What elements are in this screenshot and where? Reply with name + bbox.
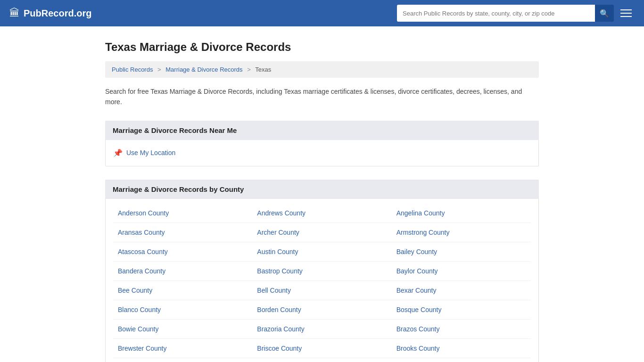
page-description: Search for free Texas Marriage & Divorce… xyxy=(105,86,539,107)
county-link[interactable]: Brazoria County xyxy=(257,325,304,333)
header-right: 🔍 xyxy=(397,5,635,22)
main-content: Texas Marriage & Divorce Records Public … xyxy=(96,26,548,362)
county-link[interactable]: Bowie County xyxy=(118,325,158,333)
county-cell: Bandera County xyxy=(113,262,252,280)
county-cell: Brazos County xyxy=(392,320,531,338)
county-cell: Brazoria County xyxy=(252,320,391,338)
county-row: Atascosa CountyAustin CountyBailey Count… xyxy=(113,242,531,262)
county-cell: Armstrong County xyxy=(392,223,531,242)
county-link[interactable]: Bandera County xyxy=(118,267,165,275)
county-link[interactable]: Armstrong County xyxy=(396,229,450,236)
breadcrumb-public-records[interactable]: Public Records xyxy=(112,66,153,73)
county-cell: Austin County xyxy=(252,242,391,261)
county-link[interactable]: Brazos County xyxy=(396,325,440,333)
county-link[interactable]: Bexar County xyxy=(396,287,437,294)
county-body: Anderson CountyAndrews CountyAngelina Co… xyxy=(105,199,539,362)
county-cell: Borden County xyxy=(252,300,391,319)
county-link[interactable]: Borden County xyxy=(257,306,301,313)
county-row: Brewster CountyBriscoe CountyBrooks Coun… xyxy=(113,339,531,358)
county-cell: Andrews County xyxy=(252,204,391,222)
near-me-body: 📌 Use My Location xyxy=(105,140,539,166)
county-cell: Blanco County xyxy=(113,300,252,319)
county-link[interactable]: Archer County xyxy=(257,229,299,236)
county-link[interactable]: Bailey County xyxy=(396,248,437,255)
county-link[interactable]: Briscoe County xyxy=(257,345,302,352)
county-link[interactable]: Brooks County xyxy=(396,345,440,352)
county-cell: Bowie County xyxy=(113,320,252,338)
menu-button[interactable] xyxy=(618,5,635,22)
breadcrumb-sep-1: > xyxy=(157,66,161,73)
logo-icon: 🏛 xyxy=(9,7,20,19)
county-cell: Brown County xyxy=(113,358,252,362)
county-cell: Burnet County xyxy=(392,358,531,362)
near-me-section: Marriage & Divorce Records Near Me 📌 Use… xyxy=(105,121,539,166)
search-button[interactable]: 🔍 xyxy=(595,5,614,22)
county-cell: Bee County xyxy=(113,281,252,300)
county-cell: Briscoe County xyxy=(252,339,391,358)
county-link[interactable]: Atascosa County xyxy=(118,248,168,255)
county-cell: Baylor County xyxy=(392,262,531,280)
county-section-header: Marriage & Divorce Records by County xyxy=(105,180,539,199)
county-link[interactable]: Austin County xyxy=(257,248,298,255)
county-cell: Aransas County xyxy=(113,223,252,242)
county-cell: Archer County xyxy=(252,223,391,242)
use-location-label: Use My Location xyxy=(126,149,175,156)
menu-bar-1 xyxy=(620,9,632,10)
breadcrumb-texas: Texas xyxy=(255,66,271,73)
county-cell: Burleson County xyxy=(252,358,391,362)
menu-bar-2 xyxy=(620,13,632,14)
search-input[interactable] xyxy=(397,5,595,22)
breadcrumb: Public Records > Marriage & Divorce Reco… xyxy=(105,61,539,78)
logo-text: PubRecord.org xyxy=(24,8,91,19)
search-icon: 🔍 xyxy=(600,9,609,18)
county-cell: Bastrop County xyxy=(252,262,391,280)
near-me-header: Marriage & Divorce Records Near Me xyxy=(105,121,539,140)
county-link[interactable]: Angelina County xyxy=(396,209,445,217)
county-cell: Bosque County xyxy=(392,300,531,319)
location-pin-icon: 📌 xyxy=(113,148,123,157)
county-link[interactable]: Bosque County xyxy=(396,306,442,313)
county-cell: Brooks County xyxy=(392,339,531,358)
county-cell: Brewster County xyxy=(113,339,252,358)
county-link[interactable]: Anderson County xyxy=(118,209,169,217)
county-row: Bowie CountyBrazoria CountyBrazos County xyxy=(113,320,531,339)
county-cell: Atascosa County xyxy=(113,242,252,261)
county-row: Anderson CountyAndrews CountyAngelina Co… xyxy=(113,204,531,223)
county-link[interactable]: Brewster County xyxy=(118,345,166,352)
county-link[interactable]: Bell County xyxy=(257,287,291,294)
page-title: Texas Marriage & Divorce Records xyxy=(105,41,539,54)
header: 🏛 PubRecord.org 🔍 xyxy=(0,0,644,26)
county-cell: Bell County xyxy=(252,281,391,300)
county-row: Bandera CountyBastrop CountyBaylor Count… xyxy=(113,262,531,281)
logo-area: 🏛 PubRecord.org xyxy=(9,7,91,19)
breadcrumb-marriage-divorce[interactable]: Marriage & Divorce Records xyxy=(165,66,242,73)
menu-bar-3 xyxy=(620,16,632,17)
county-link[interactable]: Bastrop County xyxy=(257,267,303,275)
county-link[interactable]: Blanco County xyxy=(118,306,161,313)
county-link[interactable]: Baylor County xyxy=(396,267,438,275)
county-cell: Bailey County xyxy=(392,242,531,261)
county-row: Bee CountyBell CountyBexar County xyxy=(113,281,531,300)
breadcrumb-sep-2: > xyxy=(247,66,251,73)
use-location-link[interactable]: 📌 Use My Location xyxy=(113,148,531,157)
county-row: Brown CountyBurleson CountyBurnet County xyxy=(113,358,531,362)
county-cell: Anderson County xyxy=(113,204,252,222)
county-row: Blanco CountyBorden CountyBosque County xyxy=(113,300,531,320)
county-link[interactable]: Bee County xyxy=(118,287,152,294)
county-cell: Angelina County xyxy=(392,204,531,222)
county-link[interactable]: Andrews County xyxy=(257,209,305,217)
search-form: 🔍 xyxy=(397,5,614,22)
county-cell: Bexar County xyxy=(392,281,531,300)
county-link[interactable]: Aransas County xyxy=(118,229,165,236)
county-section: Marriage & Divorce Records by County And… xyxy=(105,180,539,362)
county-row: Aransas CountyArcher CountyArmstrong Cou… xyxy=(113,223,531,242)
